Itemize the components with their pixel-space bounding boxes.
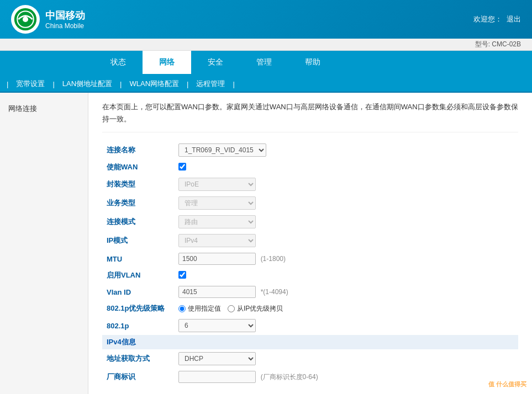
main-tabs: 状态 网络 安全 管理 帮助 [0,51,532,74]
header: 中国移动 China Mobile 欢迎您： 退出 [0,0,532,39]
select-connection-name[interactable]: 1_TR069_R_VID_4015 [178,143,266,157]
row-mtu: MTU (1-1800) [102,250,518,268]
row-vendor-id: 厂商标识 (厂商标识长度0-64) [102,368,518,386]
label-enable-vlan: 启用VLAN [102,268,174,283]
model-bar: 型号: CMC-02B [0,39,532,51]
tab-help[interactable]: 帮助 [288,51,337,74]
label-vlan-id: Vlan ID [102,283,174,301]
row-enable-wan: 使能WAN [102,159,518,175]
tab-status[interactable]: 状态 [94,51,143,74]
checkbox-enable-wan[interactable] [178,163,186,171]
sub-tabs: | 宽带设置 | LAN侧地址配置 | WLAN网络配置 | 远程管理 | [0,74,532,93]
subtab-broadband[interactable]: 宽带设置 [9,76,51,92]
label-enable-wan: 使能WAN [102,159,174,175]
tab-security[interactable]: 安全 [191,51,240,74]
label-encap-type: 封装类型 [102,175,174,194]
label-vendor-id: 厂商标识 [102,368,174,386]
row-connection-name: 连接名称 1_TR069_R_VID_4015 [102,141,518,159]
config-form: 连接名称 1_TR069_R_VID_4015 使能WAN [102,141,518,394]
label-conn-mode: 连接模式 [102,212,174,231]
input-vlan-id[interactable] [178,286,256,298]
label-ipv4-info: IPv4信息 [102,335,518,349]
row-ip-mode: IP模式 IPv4 [102,231,518,250]
hint-vendor-id: (厂商标识长度0-64) [261,373,318,381]
row-802-priority-policy: 802.1p优先级策略 使用指定值 从IP优先级拷贝 [102,301,518,316]
row-ipv4-section: IPv4信息 [102,335,518,349]
radio-use-specified[interactable]: 使用指定值 [178,304,221,313]
logout-link[interactable]: 退出 [507,14,521,24]
input-vendor-id[interactable] [178,371,256,383]
watermark: 值 什么值得买 [488,380,526,388]
row-vlan-id: Vlan ID *(1-4094) [102,283,518,301]
radio-group-priority: 使用指定值 从IP优先级拷贝 [178,304,514,313]
label-802p: 802.1p [102,316,174,335]
select-802p[interactable]: 6 [178,319,256,332]
row-conn-mode: 连接模式 路由 [102,212,518,231]
sidebar: 网络连接 [0,93,88,394]
label-mtu: MTU [102,250,174,268]
subtab-wlan[interactable]: WLAN网络配置 [123,76,186,92]
hint-mtu: (1-1800) [261,255,286,263]
select-addr-method[interactable]: DHCP [178,352,256,365]
row-802p: 802.1p 6 [102,316,518,335]
select-service-type[interactable]: 管理 [178,196,256,210]
logo-icon [11,5,40,34]
checkbox-enable-vlan[interactable] [178,271,186,279]
row-addr-method: 地址获取方式 DHCP [102,349,518,368]
row-service-type: 业务类型 管理 [102,194,518,212]
input-mtu[interactable] [178,253,256,265]
sidebar-item-network-conn[interactable]: 网络连接 [0,98,88,119]
subtab-remote[interactable]: 远程管理 [189,76,231,92]
label-connection-name: 连接名称 [102,141,174,159]
svg-point-1 [23,17,28,22]
row-buttons: 新建 保存/应用 删除 [102,386,518,394]
tab-management[interactable]: 管理 [240,51,288,74]
subtab-lan[interactable]: LAN侧地址配置 [56,76,119,92]
header-right: 欢迎您： 退出 [473,14,521,24]
brand-name: 中国移动 China Mobile [45,9,85,30]
label-802-priority-policy: 802.1p优先级策略 [102,301,174,316]
description: 在本页面上，您可以配置WAN口参数。家庭网关通过WAN口与高层网络设备通信，在通… [102,101,518,132]
row-encap-type: 封装类型 IPoE [102,175,518,194]
label-ip-mode: IP模式 [102,231,174,250]
hint-vlan-id: *(1-4094) [261,288,288,296]
main-layout: 网络连接 在本页面上，您可以配置WAN口参数。家庭网关通过WAN口与高层网络设备… [0,93,532,394]
tab-network[interactable]: 网络 [143,51,191,74]
select-encap-type[interactable]: IPoE [178,178,256,191]
select-conn-mode[interactable]: 路由 [178,215,256,228]
select-ip-mode[interactable]: IPv4 [178,234,256,247]
label-addr-method: 地址获取方式 [102,349,174,368]
logo-area: 中国移动 China Mobile [11,5,85,34]
label-service-type: 业务类型 [102,194,174,212]
row-enable-vlan: 启用VLAN [102,268,518,283]
radio-from-ip[interactable]: 从IP优先级拷贝 [228,304,283,313]
content-area: 在本页面上，您可以配置WAN口参数。家庭网关通过WAN口与高层网络设备通信，在通… [88,93,532,394]
